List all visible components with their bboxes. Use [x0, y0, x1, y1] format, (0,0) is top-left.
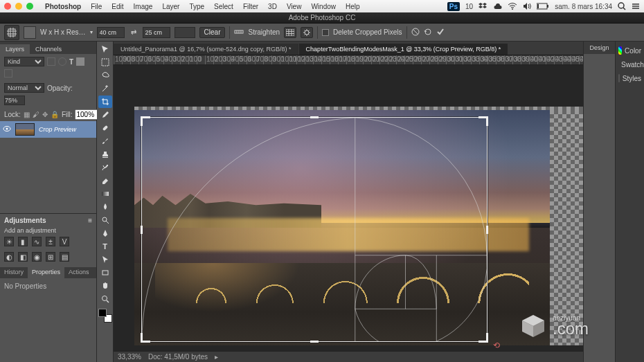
select-menu[interactable]: Select: [209, 3, 238, 10]
volume-icon[interactable]: [523, 3, 531, 10]
panel-styles[interactable]: Styles: [616, 72, 644, 84]
edit-menu[interactable]: Edit: [107, 3, 128, 10]
blend-mode-select[interactable]: Normal: [4, 83, 44, 93]
layer-menu[interactable]: Layer: [157, 3, 184, 10]
filter-image-icon[interactable]: [47, 57, 55, 66]
document-tab-1[interactable]: Untitled_Panorama1 @ 16,7% (some-524.dng…: [114, 44, 298, 55]
tab-channels[interactable]: Channels: [30, 44, 67, 54]
adj-channel-mixer-icon[interactable]: ⊞: [46, 252, 55, 262]
reset-crop-icon[interactable]: [424, 28, 432, 37]
canvas-stage[interactable]: ⟲: [114, 65, 583, 351]
wifi-icon[interactable]: [508, 3, 517, 10]
battery-icon[interactable]: [537, 3, 549, 10]
tool-blur[interactable]: [98, 201, 112, 213]
notifications-icon[interactable]: [632, 3, 640, 10]
adj-vibrance-icon[interactable]: V: [60, 237, 69, 246]
delete-cropped-checkbox[interactable]: [322, 29, 329, 36]
horizontal-ruler[interactable]: 1000900800700600500400300200100010020030…: [114, 55, 583, 65]
lock-transparent-icon[interactable]: ▦: [24, 111, 30, 119]
crop-height-input[interactable]: [143, 27, 170, 38]
spotlight-icon[interactable]: [618, 2, 626, 10]
overlay-options-icon[interactable]: [284, 27, 296, 38]
tool-healing[interactable]: [98, 122, 112, 134]
adj-brightness-icon[interactable]: ☀: [4, 237, 14, 246]
layer-row-crop-preview[interactable]: Crop Preview: [0, 121, 96, 138]
tool-pen[interactable]: [98, 227, 112, 239]
tool-stamp[interactable]: [98, 148, 112, 161]
cancel-crop-icon[interactable]: [411, 28, 420, 37]
chevron-down-icon[interactable]: ▾: [90, 29, 93, 35]
tab-history[interactable]: History: [0, 267, 28, 278]
doc-size-text[interactable]: Doc: 41,5M/0 bytes: [148, 353, 208, 361]
crop-preset-dropdown[interactable]: [24, 26, 36, 39]
status-chevron-icon[interactable]: ▸: [215, 353, 218, 361]
filter-menu[interactable]: Filter: [238, 3, 263, 10]
commit-crop-icon[interactable]: [436, 28, 445, 37]
3d-menu[interactable]: 3D: [263, 3, 282, 10]
filter-adjust-icon[interactable]: [58, 57, 66, 66]
tab-properties[interactable]: Properties: [28, 267, 64, 278]
straighten-icon[interactable]: [234, 28, 244, 37]
tab-actions[interactable]: Actions: [64, 267, 93, 278]
layer-filter-kind[interactable]: Kind: [4, 57, 44, 66]
current-tool-icon[interactable]: [4, 25, 19, 40]
lock-all-icon[interactable]: 🔒: [51, 111, 59, 119]
tool-move[interactable]: [98, 43, 112, 55]
tool-dodge[interactable]: [98, 214, 112, 226]
window-traffic-lights[interactable]: [4, 3, 33, 10]
help-menu[interactable]: Help: [341, 3, 365, 10]
tool-wand[interactable]: [98, 82, 112, 95]
crop-boundary[interactable]: [141, 117, 488, 342]
lock-position-icon[interactable]: ✥: [42, 111, 48, 119]
foreground-background-swatch[interactable]: [98, 309, 112, 323]
right-tab-design[interactable]: Design: [584, 42, 615, 54]
tool-rectangle[interactable]: [98, 266, 112, 279]
clear-button[interactable]: Clear: [199, 27, 226, 38]
swap-dimensions-icon[interactable]: ⇄: [129, 28, 138, 37]
tool-marquee[interactable]: [98, 56, 112, 69]
image-menu[interactable]: Image: [129, 3, 158, 10]
minimize-window-icon[interactable]: [15, 3, 22, 10]
opacity-input[interactable]: [4, 96, 25, 105]
app-menu[interactable]: Photoshop: [40, 3, 86, 10]
tool-type[interactable]: T: [98, 240, 112, 253]
dropbox-icon[interactable]: [478, 2, 487, 10]
tool-history-brush[interactable]: [98, 161, 112, 174]
tool-lasso[interactable]: [98, 69, 112, 82]
zoom-level[interactable]: 33,33%: [118, 353, 141, 361]
zoom-window-icon[interactable]: [26, 3, 33, 10]
type-menu[interactable]: Type: [184, 3, 209, 10]
filter-shape-icon[interactable]: [76, 57, 84, 66]
layer-thumbnail[interactable]: [15, 123, 35, 136]
adj-exposure-icon[interactable]: ±: [46, 237, 55, 246]
crop-resolution-input[interactable]: [175, 27, 195, 38]
tab-layers[interactable]: Layers: [0, 44, 30, 54]
adj-bw-icon[interactable]: ◧: [18, 252, 28, 262]
adj-levels-icon[interactable]: ▮: [18, 237, 28, 246]
cloud-icon[interactable]: [492, 3, 502, 10]
tool-path-select[interactable]: [98, 253, 112, 266]
adj-photo-filter-icon[interactable]: ◉: [32, 252, 42, 262]
lock-pixels-icon[interactable]: 🖌: [33, 111, 39, 119]
rotate-indicator-icon[interactable]: ⟲: [493, 341, 500, 350]
adj-color-lookup-icon[interactable]: ▤: [60, 252, 69, 262]
tool-gradient[interactable]: [98, 188, 112, 200]
panel-color[interactable]: Color: [616, 44, 644, 57]
tool-zoom[interactable]: [98, 293, 112, 305]
window-menu[interactable]: Window: [306, 3, 341, 10]
adj-hue-icon[interactable]: ◐: [4, 252, 14, 262]
tool-eraser[interactable]: [98, 174, 112, 187]
layer-name-label[interactable]: Crop Preview: [39, 126, 76, 133]
crop-options-gear-icon[interactable]: [301, 27, 313, 38]
panel-swatches[interactable]: Swatch…: [616, 58, 644, 71]
tool-brush[interactable]: [98, 135, 112, 147]
tool-eyedropper[interactable]: [98, 109, 112, 121]
tool-hand[interactable]: [98, 280, 112, 292]
filter-smart-icon[interactable]: [4, 69, 12, 78]
view-menu[interactable]: View: [282, 3, 307, 10]
filter-type-icon[interactable]: T: [69, 58, 73, 66]
crop-width-input[interactable]: [97, 27, 125, 38]
file-menu[interactable]: File: [86, 3, 107, 10]
close-window-icon[interactable]: [4, 3, 11, 10]
document-tab-2[interactable]: ChapterTwoBlendingModesMask_1 @ 33,3% (C…: [299, 44, 508, 55]
